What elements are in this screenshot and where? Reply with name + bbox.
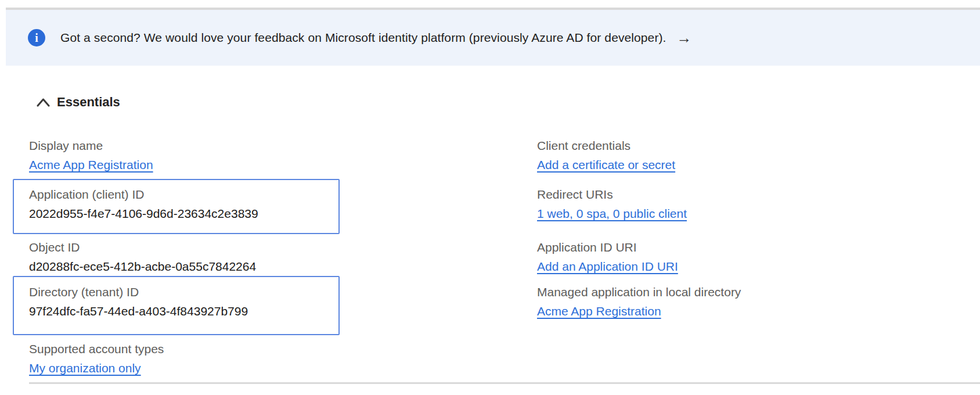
- managed-application-link[interactable]: Acme App Registration: [537, 304, 661, 318]
- essentials-title: Essentials: [57, 95, 120, 110]
- supported-account-types-label: Supported account types: [29, 342, 164, 357]
- client-credentials-label: Client credentials: [537, 138, 675, 153]
- display-name-label: Display name: [29, 138, 153, 153]
- field-supported-account-types: Supported account types My organization …: [29, 342, 164, 376]
- field-client-credentials: Client credentials Add a certificate or …: [537, 138, 675, 173]
- application-id-uri-label: Application ID URI: [537, 240, 678, 255]
- redirect-uris-label: Redirect URIs: [537, 187, 687, 202]
- banner-text: Got a second? We would love your feedbac…: [60, 31, 666, 45]
- chevron-up-icon: [37, 98, 50, 107]
- field-display-name: Display name Acme App Registration: [29, 138, 153, 173]
- application-client-id-label: Application (client) ID: [29, 187, 258, 202]
- directory-tenant-id-label: Directory (tenant) ID: [29, 285, 248, 300]
- field-redirect-uris: Redirect URIs 1 web, 0 spa, 0 public cli…: [537, 187, 687, 221]
- essentials-collapse-header[interactable]: Essentials: [37, 95, 120, 110]
- feedback-banner[interactable]: i Got a second? We would love your feedb…: [6, 10, 980, 66]
- field-application-client-id: Application (client) ID 2022d955-f4e7-41…: [29, 187, 258, 221]
- field-object-id: Object ID d20288fc-ece5-412b-acbe-0a55c7…: [29, 240, 256, 274]
- application-client-id-value: 2022d955-f4e7-4106-9d6d-23634c2e3839: [29, 206, 258, 221]
- object-id-value: d20288fc-ece5-412b-acbe-0a55c7842264: [29, 259, 256, 274]
- redirect-uris-link[interactable]: 1 web, 0 spa, 0 public client: [537, 207, 687, 220]
- supported-account-types-link[interactable]: My organization only: [29, 361, 141, 375]
- managed-application-label: Managed application in local directory: [537, 285, 741, 300]
- info-icon: i: [28, 29, 45, 46]
- object-id-label: Object ID: [29, 240, 256, 255]
- add-application-id-uri-link[interactable]: Add an Application ID URI: [537, 260, 678, 273]
- add-certificate-or-secret-link[interactable]: Add a certificate or secret: [537, 158, 675, 171]
- arrow-right-icon[interactable]: →: [677, 30, 692, 45]
- essentials-bottom-divider: [29, 382, 980, 384]
- field-application-id-uri: Application ID URI Add an Application ID…: [537, 240, 678, 274]
- field-directory-tenant-id: Directory (tenant) ID 97f24dfc-fa57-44ed…: [29, 285, 248, 319]
- display-name-link[interactable]: Acme App Registration: [29, 158, 153, 171]
- field-managed-application: Managed application in local directory A…: [537, 285, 741, 319]
- directory-tenant-id-value: 97f24dfc-fa57-44ed-a403-4f843927b799: [29, 304, 248, 319]
